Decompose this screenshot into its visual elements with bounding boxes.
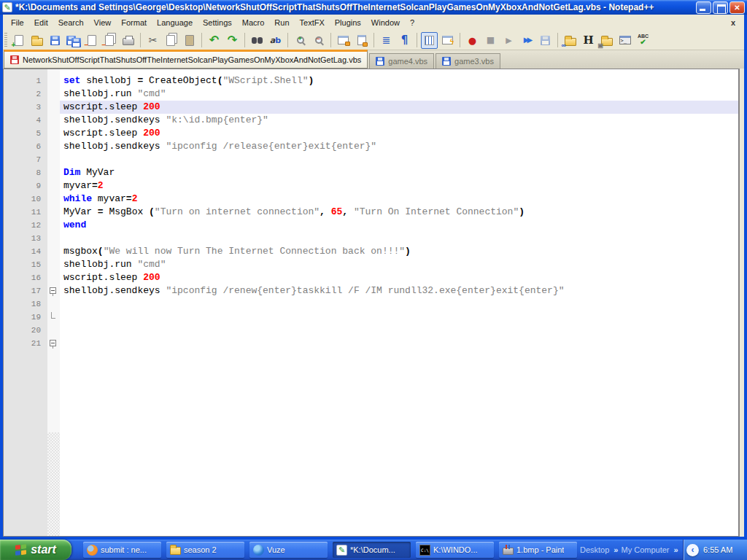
sync-horizontal-scroll-button[interactable] [353, 32, 370, 49]
minimize-button[interactable] [696, 1, 711, 14]
menu-item-window[interactable]: Window [366, 16, 405, 29]
view-in-html-button[interactable]: H [580, 32, 597, 49]
taskbar-item-folder[interactable]: season 2 [166, 542, 244, 558]
code-line-6[interactable]: 6shellobj.sendkeys "ipconfig /release{en… [4, 140, 738, 153]
tab-networkshutoffscript[interactable]: NetworkShutOffScriptThatShutsOffTheInter… [4, 50, 368, 69]
save-all-button[interactable] [65, 32, 82, 49]
launch-console-button[interactable]: >_ [616, 32, 633, 49]
quicklaunch-chevron-icon[interactable]: » [614, 545, 616, 554]
menu-item-file[interactable]: File [6, 16, 29, 29]
code-line-13[interactable]: 13 [4, 232, 738, 245]
close-file-button[interactable]: − [83, 32, 100, 49]
menu-item-format[interactable]: Format [116, 16, 152, 29]
code-line-20[interactable]: 20 [4, 324, 738, 337]
close-button[interactable]: ✕ [729, 1, 745, 14]
fold-collapse-icon[interactable] [50, 340, 56, 346]
code-line-15[interactable]: 15shellobj.run "cmd" [4, 258, 738, 271]
taskbar-item-notepad[interactable]: ✎*K:\Docum... [333, 542, 411, 558]
code-area[interactable]: 1set shellobj = CreateObject("WScript.Sh… [4, 74, 738, 350]
user-defined-dialog-button[interactable]: ϟ [439, 32, 456, 49]
toolbar-separator [374, 33, 374, 47]
taskbar-item-paint[interactable]: 1.bmp - Paint [499, 542, 577, 558]
code-line-19[interactable]: 19 [4, 311, 738, 324]
maximize-button[interactable] [713, 1, 728, 14]
quicklaunch-my-computer[interactable]: My Computer [621, 545, 669, 554]
code-line-2[interactable]: 2shellobj.run "cmd" [4, 88, 738, 101]
code-line-16[interactable]: 16wscript.sleep 200 [4, 271, 738, 284]
code-segment: shellobj.sendkeys [63, 114, 166, 125]
undo-icon: ↶ [209, 34, 219, 46]
taskbar-item-firefox[interactable]: submit : ne... [83, 542, 161, 558]
macro-playback-button[interactable]: ▶ [500, 32, 517, 49]
menu-item-edit[interactable]: Edit [29, 16, 53, 29]
menu-item-run[interactable]: Run [269, 16, 294, 29]
fold-collapse-icon[interactable] [50, 287, 56, 294]
menu-item-textfx[interactable]: TextFX [295, 16, 330, 29]
menu-item-language[interactable]: Language [152, 16, 198, 29]
menu-item-search[interactable]: Search [53, 16, 89, 29]
menu-item-view[interactable]: View [89, 16, 117, 29]
code-line-12[interactable]: 12wend [4, 219, 738, 232]
paste-button[interactable] [181, 32, 198, 49]
taskbar-item-cmd[interactable]: C:\K:\WINDO... [416, 542, 494, 558]
code-line-14[interactable]: 14msgbox("We will now Turn The Internet … [4, 245, 738, 258]
show-indent-guide-button[interactable] [421, 32, 438, 49]
menu-item-settings[interactable]: Settings [198, 16, 237, 29]
start-button[interactable]: start [0, 540, 71, 560]
taskbar-item-vuze[interactable]: Vuze [249, 542, 328, 558]
code-line-9[interactable]: 9myvar=2 [4, 179, 738, 192]
editor[interactable]: 1set shellobj = CreateObject("WScript.Sh… [3, 69, 740, 537]
new-file-button[interactable]: + [10, 32, 27, 49]
cut-button[interactable]: ✂ [144, 32, 161, 49]
show-all-characters-button[interactable]: ¶ [396, 32, 413, 49]
notepad-plus-plus-icon[interactable]: ✎ [2, 2, 12, 12]
word-wrap-button[interactable]: ≣ [378, 32, 395, 49]
find-button[interactable] [249, 32, 266, 49]
tray-collapse-chevron-icon[interactable]: ‹ [686, 544, 699, 556]
open-file-button[interactable] [28, 32, 45, 49]
code-line-10[interactable]: 10while myvar=2 [4, 192, 738, 206]
fold-cell[interactable] [47, 284, 60, 298]
save-file-button[interactable] [47, 32, 63, 49]
code-line-18[interactable]: 18 [4, 298, 738, 311]
zoom-in-button[interactable]: + [292, 32, 309, 49]
toolbar-grip[interactable] [4, 33, 7, 47]
code-line-4[interactable]: 4shellobj.sendkeys "k:\id.bmp{enter}" [4, 114, 738, 127]
quicklaunch-chevron-icon[interactable]: » [674, 545, 677, 554]
tab-game4vbs[interactable]: game4.vbs [369, 53, 434, 69]
menu-item-plugins[interactable]: Plugins [330, 16, 366, 29]
code-line-21[interactable]: 21 [4, 337, 738, 350]
system-tray: ‹ 6:55 AM [683, 540, 747, 560]
quicklaunch-desktop[interactable]: Desktop [580, 545, 609, 554]
menu-item-macro[interactable]: Macro [237, 16, 270, 29]
zoom-out-button[interactable]: − [310, 32, 327, 49]
code-line-1[interactable]: 1set shellobj = CreateObject("WScript.Sh… [4, 74, 738, 88]
code-line-8[interactable]: 8Dim MyVar [4, 166, 738, 179]
menu-item-[interactable]: ? [405, 16, 419, 29]
macro-save-button[interactable] [537, 32, 554, 49]
macro-stop-button[interactable]: ■ [482, 32, 499, 49]
spell-check-button[interactable]: ABC✔ [635, 32, 651, 49]
macro-record-button[interactable]: ● [464, 32, 481, 49]
print-button[interactable] [120, 32, 136, 49]
open-containing-folder-button[interactable]: ∞ [562, 32, 578, 49]
redo-button[interactable]: ↷ [224, 32, 241, 49]
taskbar-clock[interactable]: 6:55 AM [703, 545, 732, 554]
undo-button[interactable]: ↶ [206, 32, 222, 49]
fold-cell[interactable] [47, 311, 60, 324]
fold-cell[interactable] [47, 337, 60, 350]
copy-button[interactable] [163, 32, 179, 49]
sync-vertical-scroll-button[interactable] [335, 32, 352, 49]
replace-button[interactable]: ab [267, 32, 284, 49]
code-line-11[interactable]: 11MyVar = MsgBox ("Turn on internet conn… [4, 206, 738, 219]
open-in-explorer-button[interactable]: ▣ [598, 32, 615, 49]
fold-cell [47, 140, 60, 153]
tab-game3vbs[interactable]: game3.vbs [436, 53, 500, 69]
close-all-button[interactable]: − [101, 32, 118, 49]
code-line-7[interactable]: 7 [4, 153, 738, 166]
document-close-x[interactable]: x [725, 18, 741, 27]
macro-run-multiple-button[interactable]: ▶▶ [519, 32, 535, 49]
code-line-17[interactable]: 17shellobj.sendkeys "ipconfig /renew{ent… [4, 284, 738, 298]
code-line-3[interactable]: 3wscript.sleep 200 [4, 101, 738, 114]
code-line-5[interactable]: 5wscript.sleep 200 [4, 127, 738, 140]
